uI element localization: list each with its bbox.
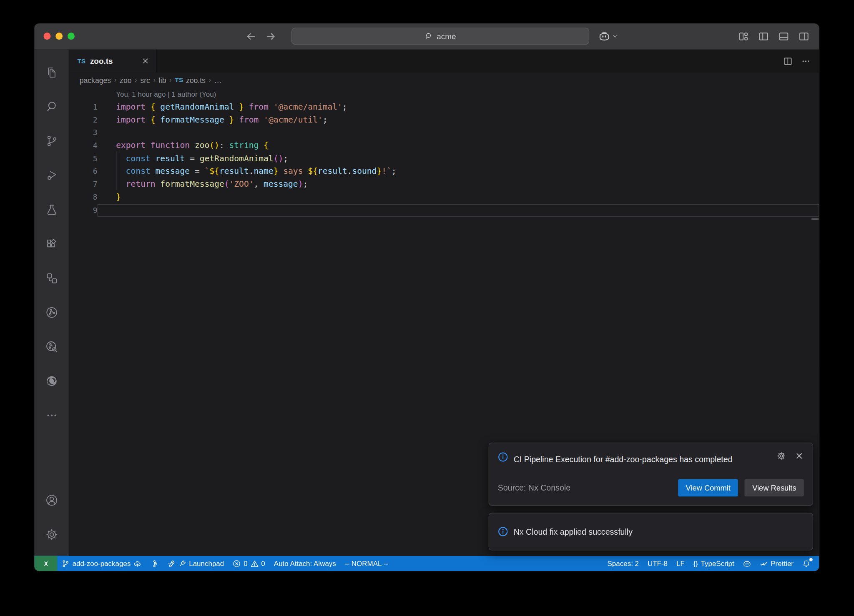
notification-ci-pipeline: CI Pipeline Execution for #add-zoo-packa… [489, 442, 813, 506]
search-view-icon[interactable] [34, 89, 68, 123]
auto-attach-status[interactable]: Auto Attach: Always [269, 556, 340, 571]
code-line-8: 8} [69, 191, 819, 204]
code-line-9: 9 [69, 204, 819, 217]
remote-indicator[interactable] [34, 556, 57, 571]
more-actions-icon[interactable] [801, 56, 810, 65]
accounts-icon[interactable] [34, 483, 68, 517]
tab-bar: TS zoo.ts [69, 50, 819, 73]
breadcrumb-src[interactable]: src [140, 76, 150, 84]
info-icon [498, 527, 508, 537]
toggle-primary-sidebar-icon[interactable] [758, 31, 769, 42]
indentation-status[interactable]: Spaces: 2 [603, 556, 643, 571]
forward-arrow-icon[interactable] [265, 31, 276, 42]
code-line-content: const result = getRandomAnimal(); [98, 152, 819, 165]
vim-mode-status[interactable]: -- NORMAL -- [340, 556, 392, 571]
more-views-icon[interactable] [34, 398, 68, 432]
command-center-search[interactable]: acme [291, 28, 589, 45]
info-icon [498, 451, 508, 462]
source-control-icon[interactable] [34, 123, 68, 158]
status-bar-right: Spaces: 2 UTF-8 LF {}TypeScript Prettier [603, 556, 819, 571]
history-nav [246, 31, 276, 42]
code-line-2: 2import { formatMessage } from '@acme/ut… [69, 114, 819, 127]
line-number: 9 [69, 204, 98, 217]
git-blame-annotation: You, 1 hour ago | 1 author (You) [69, 89, 819, 101]
launchpad-status[interactable]: Launchpad [163, 556, 228, 571]
typescript-file-badge: TS [77, 58, 85, 64]
nx-cloud-icon[interactable] [34, 329, 68, 363]
line-number: 5 [69, 152, 98, 165]
rocket-icon [167, 559, 176, 568]
explorer-icon[interactable] [34, 55, 68, 89]
view-results-button[interactable]: View Results [745, 479, 804, 496]
tab-close-icon[interactable] [141, 57, 150, 65]
edge-devtools-icon[interactable] [34, 363, 68, 398]
encoding-status[interactable]: UTF-8 [643, 556, 672, 571]
line-number: 2 [69, 114, 98, 127]
notification-nx-cloud-fix: Nx Cloud fix applied successfully [489, 513, 813, 550]
code-line-content: export function zoo(): string { [98, 139, 819, 152]
line-number: 1 [69, 101, 98, 114]
source-control-graph-icon [150, 559, 158, 568]
breadcrumb-separator: › [135, 76, 137, 84]
breadcrumb-file[interactable]: TSzoo.ts [175, 76, 206, 84]
tab-zoo-ts[interactable]: TS zoo.ts [69, 50, 157, 73]
customize-layout-icon[interactable] [738, 31, 749, 42]
source-control-graph-status[interactable] [146, 556, 163, 571]
eol-status[interactable]: LF [672, 556, 689, 571]
search-icon [424, 32, 433, 40]
breadcrumb-zoo[interactable]: zoo [120, 76, 131, 84]
bell-icon [802, 559, 811, 568]
code-line-content: return formatMessage('ZOO', message); [98, 178, 819, 191]
view-commit-button[interactable]: View Commit [678, 479, 738, 496]
run-and-debug-icon[interactable] [34, 158, 68, 192]
problems-status[interactable]: 0 0 [229, 556, 270, 571]
line-number: 4 [69, 139, 98, 152]
language-mode-status[interactable]: {}TypeScript [689, 556, 738, 571]
breadcrumb-overflow[interactable]: … [214, 76, 222, 84]
editor-group: TS zoo.ts packages› zoo› src› lib› TSzoo… [69, 50, 819, 556]
code-line-4: 4export function zoo(): string { [69, 139, 819, 152]
code-line-content [98, 204, 819, 217]
line-number: 3 [69, 127, 98, 140]
warning-count: 0 [261, 559, 265, 568]
activity-bar-top [34, 55, 68, 432]
notification-close-icon[interactable] [795, 451, 804, 460]
branch-name: add-zoo-packages [73, 559, 131, 568]
project-structure-icon[interactable] [34, 261, 68, 295]
breadcrumb-packages[interactable]: packages [80, 76, 111, 84]
warnings-icon [250, 559, 259, 568]
breadcrumb-lib[interactable]: lib [159, 76, 166, 84]
formatter-status[interactable]: Prettier [756, 556, 798, 571]
overview-ruler-mark [811, 218, 819, 220]
split-editor-icon[interactable] [783, 56, 792, 65]
braces-icon: {} [693, 559, 698, 568]
auto-attach-label: Auto Attach: Always [274, 559, 336, 568]
close-window-button[interactable] [43, 33, 50, 40]
typescript-file-badge: TS [175, 77, 183, 83]
notifications-bell[interactable] [798, 556, 814, 571]
minimize-window-button[interactable] [55, 33, 63, 40]
code-lines: 1import { getRandomAnimal } from '@acme/… [69, 101, 819, 217]
screenshot-stage: acme [0, 0, 854, 616]
toggle-panel-icon[interactable] [778, 31, 789, 42]
copilot-status[interactable] [738, 556, 755, 571]
code-line-5: 5 const result = getRandomAnimal(); [69, 152, 819, 165]
zoom-window-button[interactable] [68, 33, 75, 40]
manage-gear-icon[interactable] [34, 517, 68, 551]
testing-icon[interactable] [34, 192, 68, 226]
extensions-icon[interactable] [34, 226, 68, 260]
spaces-label: Spaces: 2 [608, 559, 639, 568]
git-branch-status[interactable]: add-zoo-packages [57, 556, 146, 571]
window-controls [34, 33, 105, 40]
nx-console-icon[interactable] [34, 295, 68, 329]
toggle-secondary-sidebar-icon[interactable] [799, 31, 809, 42]
copilot-icon [598, 30, 610, 42]
copilot-menu-button[interactable] [598, 30, 618, 42]
line-number: 6 [69, 165, 98, 178]
notification-center: CI Pipeline Execution for #add-zoo-packa… [489, 442, 813, 550]
plug-icon [178, 559, 186, 568]
breadcrumb-separator: › [209, 76, 211, 84]
notification-tools [777, 451, 804, 460]
back-arrow-icon[interactable] [246, 31, 256, 42]
notification-settings-gear-icon[interactable] [777, 451, 786, 460]
